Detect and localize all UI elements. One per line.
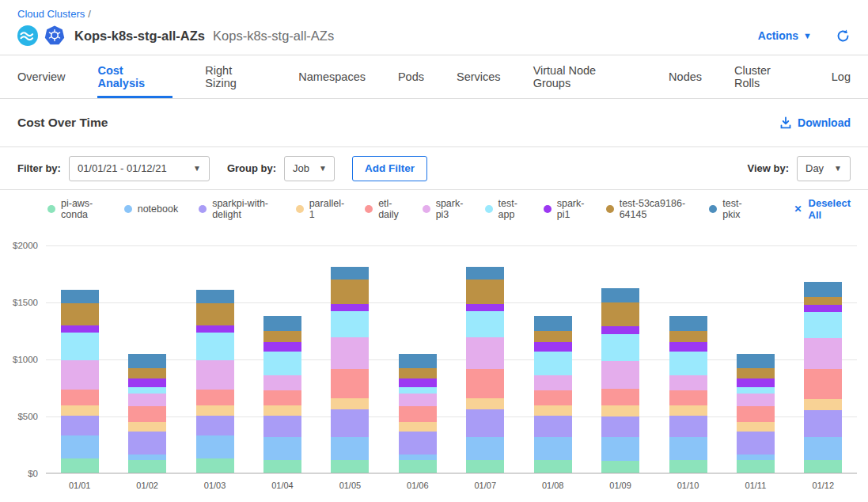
- bar-segment-etl-daily[interactable]: [61, 390, 99, 405]
- bar-segment-notebook[interactable]: [534, 437, 572, 461]
- tab-overview[interactable]: Overview: [17, 55, 65, 98]
- bar-segment-notebook[interactable]: [601, 437, 639, 461]
- bar-segment-test-app[interactable]: [331, 311, 369, 337]
- tab-namespaces[interactable]: Namespaces: [298, 55, 366, 98]
- bar-segment-etl-daily[interactable]: [263, 390, 301, 405]
- bar-segment-spark-pi3[interactable]: [466, 337, 504, 369]
- bar-column-01-02[interactable]: [113, 245, 180, 473]
- bar-segment-notebook[interactable]: [669, 437, 707, 461]
- bar-segment-sparkpi-with-delight[interactable]: [466, 409, 504, 437]
- tab-nodes[interactable]: Nodes: [669, 55, 702, 98]
- bar-segment-spark-pi1[interactable]: [263, 342, 301, 352]
- bar-segment-notebook[interactable]: [331, 437, 369, 461]
- bar-segment-parallel-1[interactable]: [263, 405, 301, 415]
- bar-segment-notebook[interactable]: [196, 435, 234, 458]
- bar-segment-parallel-1[interactable]: [466, 398, 504, 409]
- legend-item-spark-pi3[interactable]: spark-pi3: [423, 198, 464, 220]
- bar-segment-spark-pi3[interactable]: [61, 360, 99, 390]
- bar-segment-pi-aws-conda[interactable]: [331, 460, 369, 473]
- bar-segment-test-app[interactable]: [61, 333, 99, 360]
- bar-segment-etl-daily[interactable]: [669, 390, 707, 405]
- bar-column-01-03[interactable]: [181, 245, 248, 473]
- bar-segment-spark-pi1[interactable]: [61, 325, 99, 333]
- bar-segment-etl-daily[interactable]: [737, 406, 775, 421]
- bar-segment-spark-pi1[interactable]: [737, 378, 775, 388]
- bar-segment-sparkpi-with-delight[interactable]: [196, 416, 234, 436]
- legend-item-parallel-1[interactable]: parallel-1: [296, 198, 344, 220]
- legend-item-notebook[interactable]: notebook: [124, 203, 178, 215]
- bar-segment-pi-aws-conda[interactable]: [601, 461, 639, 473]
- bar-segment-sparkpi-with-delight[interactable]: [61, 416, 99, 436]
- bar-segment-pi-aws-conda[interactable]: [466, 460, 504, 473]
- bar-segment-test-53ca9186-64145[interactable]: [128, 368, 166, 378]
- bar-segment-test-pkix[interactable]: [534, 316, 572, 331]
- bar-column-01-04[interactable]: [248, 245, 316, 473]
- bar-segment-spark-pi1[interactable]: [399, 378, 437, 388]
- bar-segment-spark-pi3[interactable]: [534, 375, 572, 390]
- bar-segment-test-pkix[interactable]: [196, 290, 234, 303]
- bar-segment-test-app[interactable]: [737, 387, 775, 394]
- bar-segment-pi-aws-conda[interactable]: [61, 458, 99, 473]
- bar-column-01-11[interactable]: [722, 245, 789, 473]
- bar-segment-notebook[interactable]: [804, 437, 842, 461]
- bar-segment-pi-aws-conda[interactable]: [737, 460, 775, 473]
- bar-segment-pi-aws-conda[interactable]: [196, 458, 234, 473]
- bar-segment-spark-pi3[interactable]: [263, 375, 301, 390]
- bar-segment-etl-daily[interactable]: [804, 369, 842, 398]
- bar-segment-parallel-1[interactable]: [669, 405, 707, 415]
- legend-item-etl-daily[interactable]: etl-daily: [365, 198, 402, 220]
- bar-segment-spark-pi3[interactable]: [128, 394, 166, 406]
- bar-column-01-12[interactable]: [790, 245, 857, 473]
- bar-segment-spark-pi3[interactable]: [399, 394, 437, 406]
- bar-segment-test-53ca9186-64145[interactable]: [669, 331, 707, 342]
- bar-segment-test-53ca9186-64145[interactable]: [466, 280, 504, 303]
- bar-segment-parallel-1[interactable]: [534, 405, 572, 415]
- legend-item-spark-pi1[interactable]: spark-pi1: [544, 198, 586, 220]
- bar-segment-test-pkix[interactable]: [669, 316, 707, 331]
- bar-segment-test-pkix[interactable]: [804, 282, 842, 297]
- legend-item-test-pkix[interactable]: test-pkix: [709, 198, 748, 220]
- bar-segment-etl-daily[interactable]: [331, 369, 369, 398]
- legend-item-test-53ca9186-64145[interactable]: test-53ca9186-64145: [606, 198, 689, 220]
- tab-cost-analysis[interactable]: Cost Analysis: [97, 55, 172, 98]
- download-button[interactable]: Download: [779, 116, 851, 129]
- add-filter-button[interactable]: Add Filter: [352, 156, 427, 181]
- bar-segment-test-app[interactable]: [263, 352, 301, 375]
- bar-segment-pi-aws-conda[interactable]: [128, 460, 166, 473]
- bar-column-01-05[interactable]: [316, 245, 384, 473]
- bar-segment-test-53ca9186-64145[interactable]: [399, 368, 437, 378]
- bar-segment-etl-daily[interactable]: [399, 406, 437, 421]
- bar-segment-spark-pi1[interactable]: [804, 305, 842, 312]
- bar-segment-test-pkix[interactable]: [466, 267, 504, 280]
- bar-segment-spark-pi1[interactable]: [331, 304, 369, 311]
- bar-segment-spark-pi1[interactable]: [601, 326, 639, 334]
- bar-segment-test-53ca9186-64145[interactable]: [737, 368, 775, 378]
- bar-segment-test-app[interactable]: [128, 387, 166, 394]
- bar-segment-etl-daily[interactable]: [128, 406, 166, 421]
- legend-item-test-app[interactable]: test-app: [485, 198, 523, 220]
- bar-segment-sparkpi-with-delight[interactable]: [399, 432, 437, 454]
- bar-segment-test-53ca9186-64145[interactable]: [61, 303, 99, 325]
- bar-column-01-06[interactable]: [384, 245, 451, 473]
- bar-segment-notebook[interactable]: [737, 454, 775, 460]
- bar-segment-spark-pi3[interactable]: [331, 337, 369, 369]
- bar-segment-spark-pi1[interactable]: [669, 342, 707, 352]
- bar-segment-test-53ca9186-64145[interactable]: [804, 297, 842, 305]
- bar-segment-parallel-1[interactable]: [737, 422, 775, 432]
- bar-segment-test-53ca9186-64145[interactable]: [196, 303, 234, 325]
- bar-segment-test-app[interactable]: [601, 334, 639, 361]
- bar-segment-spark-pi3[interactable]: [804, 338, 842, 369]
- deselect-all-button[interactable]: ✕Deselect All: [794, 197, 851, 221]
- bar-segment-test-pkix[interactable]: [331, 267, 369, 280]
- actions-button[interactable]: Actions ▼: [758, 29, 812, 42]
- bar-segment-sparkpi-with-delight[interactable]: [669, 416, 707, 437]
- bar-segment-spark-pi3[interactable]: [601, 361, 639, 389]
- bar-segment-sparkpi-with-delight[interactable]: [128, 432, 166, 454]
- tab-services[interactable]: Services: [457, 55, 501, 98]
- bar-segment-parallel-1[interactable]: [128, 422, 166, 432]
- refresh-icon[interactable]: [836, 29, 851, 44]
- bar-segment-test-app[interactable]: [399, 387, 437, 394]
- bar-segment-notebook[interactable]: [399, 454, 437, 460]
- bar-segment-parallel-1[interactable]: [331, 398, 369, 409]
- bar-segment-test-app[interactable]: [466, 311, 504, 337]
